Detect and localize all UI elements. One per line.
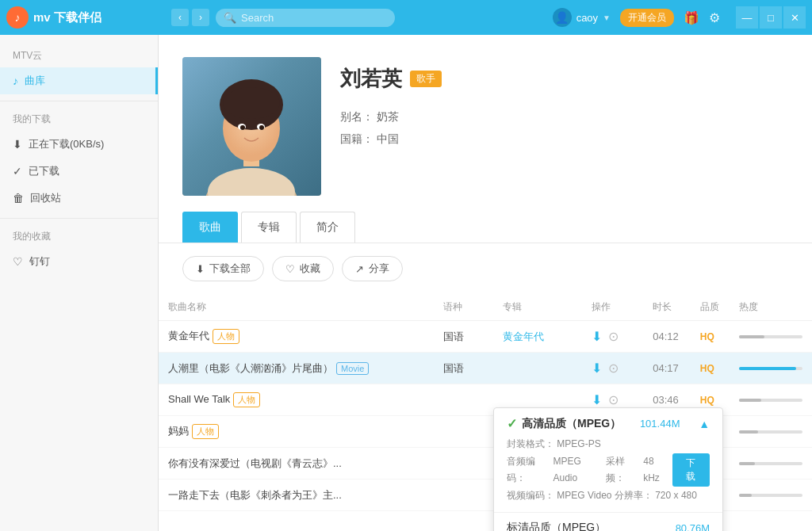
song-tag: 人物	[192, 424, 219, 439]
minimize-button[interactable]: —	[736, 6, 758, 29]
gift-button[interactable]: 🎁	[684, 10, 699, 25]
collapse-icon[interactable]: ▲	[699, 418, 710, 430]
popup-sq-item: 标清品质（MPEG） 80.76M	[494, 513, 722, 531]
tab-songs[interactable]: 歌曲	[182, 212, 238, 243]
op-icons: ⬇ ⊙	[592, 329, 634, 344]
vip-button[interactable]: 开通会员	[620, 9, 674, 27]
song-name: Shall We Talk	[168, 393, 230, 405]
artist-info: 刘若英 歌手 别名： 奶茶 国籍： 中国	[340, 57, 788, 150]
song-popularity-cell	[730, 416, 812, 448]
heart-icon: ♡	[13, 255, 23, 268]
check-icon: ✓	[507, 416, 517, 431]
more-icon[interactable]: ⊙	[608, 361, 619, 376]
sidebar-item-recycle[interactable]: 🗑 回收站	[0, 185, 158, 212]
download-all-button[interactable]: ⬇ 下载全部	[182, 256, 264, 281]
download-icon[interactable]: ⬇	[592, 361, 602, 376]
sidebar-label-dingding: 钉钉	[29, 254, 50, 269]
sidebar-item-dingding[interactable]: ♡ 钉钉	[0, 248, 158, 275]
download-popup: ✓ 高清品质（MPEG） 101.44M ▲ 封装格式： MPEG-PS 音频编…	[493, 407, 723, 531]
song-tag: 人物	[213, 329, 239, 344]
nav-back-button[interactable]: ‹	[171, 9, 189, 26]
song-time-cell: 04:12	[643, 321, 691, 353]
format-row: 封装格式： MPEG-PS	[507, 436, 710, 453]
col-header-name: 歌曲名称	[159, 294, 434, 321]
tab-bio[interactable]: 简介	[300, 212, 355, 243]
song-popularity-cell	[730, 353, 812, 384]
logo-icon: ♪	[6, 6, 29, 29]
song-name-cell[interactable]: 黄金年代人物	[159, 321, 434, 353]
song-lang-cell: 国语	[434, 353, 493, 384]
more-icon[interactable]: ⊙	[608, 329, 619, 344]
tab-albums[interactable]: 专辑	[241, 212, 297, 243]
popup-sq-label: 标清品质（MPEG）	[507, 521, 606, 531]
hq-badge: HQ	[700, 331, 714, 342]
more-icon[interactable]: ⊙	[608, 392, 619, 407]
song-name-cell[interactable]: 妈妈人物	[159, 416, 434, 448]
artist-profile: 刘若英 歌手 别名： 奶茶 国籍： 中国	[159, 35, 812, 212]
logo-area: ♪ mv 下载伴侣	[6, 6, 165, 29]
hq-download-button[interactable]: 下载	[672, 453, 710, 487]
song-name: 你有没有深爱过（电视剧《青云志》...	[168, 457, 342, 469]
col-header-lang: 语种	[434, 294, 493, 321]
song-name-cell[interactable]: Shall We Talk人物	[159, 384, 434, 416]
popularity-fill	[739, 399, 761, 402]
song-name-cell[interactable]: 一路走下去（电影《刺杀者为王》主...	[159, 479, 434, 511]
popularity-bar	[739, 399, 802, 402]
sidebar-section-mtv: MTV云	[0, 44, 158, 67]
settings-button[interactable]: ⚙	[709, 10, 720, 25]
hq-label-text: 高清品质（MPEG）	[522, 417, 621, 431]
downloading-icon: ⬇	[13, 138, 22, 151]
table-row: 黄金年代人物国语黄金年代 ⬇ ⊙ 04:12HQ	[159, 321, 812, 353]
popularity-bar	[739, 367, 802, 370]
nav-forward-button[interactable]: ›	[192, 9, 209, 26]
action-bar: ⬇ 下载全部 ♡ 收藏 ↗ 分享	[159, 243, 812, 294]
hq-size: 101.44M	[640, 418, 680, 430]
nationality-label: 国籍：	[340, 132, 373, 145]
artist-name: 刘若英	[340, 65, 402, 93]
close-button[interactable]: ✕	[783, 6, 806, 29]
resolution-label: 分辨率：	[615, 490, 653, 501]
alias-value: 奶茶	[377, 110, 399, 123]
sidebar-divider-2	[0, 218, 158, 219]
hq-badge: HQ	[700, 395, 714, 406]
song-op-cell: ⬇ ⊙	[582, 353, 644, 384]
collect-button[interactable]: ♡ 收藏	[272, 256, 334, 281]
song-name: 妈妈	[168, 425, 189, 437]
sidebar-label-music-library: 曲库	[25, 74, 45, 88]
download-icon[interactable]: ⬇	[592, 392, 602, 407]
col-header-time: 时长	[643, 294, 691, 321]
song-name: 一路走下去（电影《刺杀者为王》主...	[168, 489, 342, 501]
maximize-button[interactable]: □	[760, 6, 782, 29]
popup-meta: 封装格式： MPEG-PS 音频编码： MPEG Audio 采样频： 48 k…	[507, 436, 710, 504]
sidebar-divider-1	[0, 101, 158, 101]
song-name: 人潮里（电影《人潮汹涌》片尾曲）	[168, 362, 333, 374]
popularity-fill	[739, 335, 764, 338]
song-name-cell[interactable]: 人潮里（电影《人潮汹涌》片尾曲）Movie	[159, 353, 434, 384]
popup-hq-item: ✓ 高清品质（MPEG） 101.44M ▲ 封装格式： MPEG-PS 音频编…	[494, 408, 722, 513]
song-quality-cell: HQ	[691, 353, 730, 384]
popularity-fill	[739, 494, 752, 497]
sidebar-item-music-library[interactable]: ♪ 曲库	[0, 67, 158, 94]
search-input[interactable]	[241, 12, 387, 24]
song-lang-cell	[434, 416, 493, 448]
song-popularity-cell	[730, 479, 812, 511]
audio-value: MPEG Audio	[553, 453, 606, 487]
user-area[interactable]: 👤 caoy ▼	[553, 8, 611, 27]
song-time-cell: 04:17	[643, 353, 691, 384]
artist-badge: 歌手	[410, 71, 442, 87]
song-lang-cell: 国语	[434, 321, 493, 353]
sidebar-item-downloaded[interactable]: ✓ 已下载	[0, 158, 158, 185]
song-lang-cell	[434, 448, 493, 479]
share-button[interactable]: ↗ 分享	[342, 256, 403, 281]
sidebar-label-downloaded: 已下载	[29, 164, 59, 178]
video-value: MPEG Video	[557, 490, 611, 501]
artist-nationality-row: 国籍： 中国	[340, 128, 788, 150]
song-quality-cell: HQ	[691, 321, 730, 353]
song-name-cell[interactable]: 你有没有深爱过（电视剧《青云志》...	[159, 448, 434, 479]
audio-row: 音频编码： MPEG Audio 采样频： 48 kHz 下载	[507, 453, 710, 487]
sidebar-item-downloading[interactable]: ⬇ 正在下载(0KB/s)	[0, 131, 158, 158]
music-icon: ♪	[13, 74, 18, 87]
download-icon[interactable]: ⬇	[592, 329, 602, 344]
popularity-bar	[739, 494, 802, 497]
format-label: 封装格式：	[507, 438, 554, 449]
